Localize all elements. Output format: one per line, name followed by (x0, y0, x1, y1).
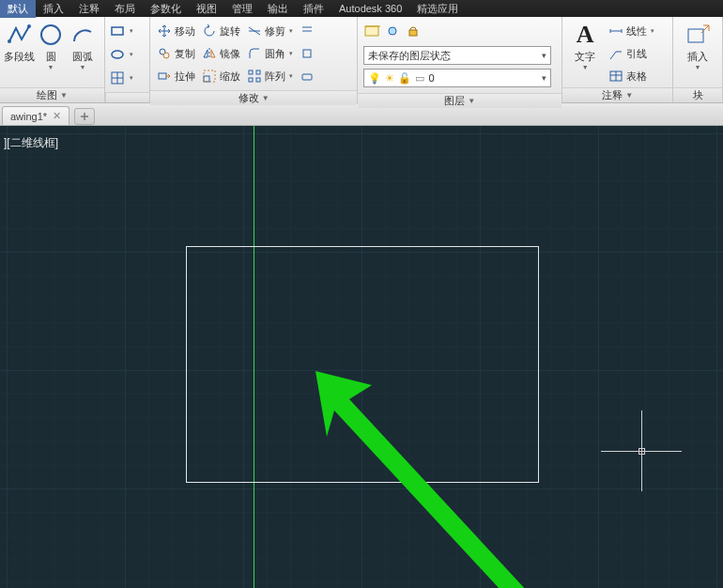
document-tab[interactable]: awing1* ✕ (2, 106, 69, 125)
layer-state-select[interactable]: 未保存的图层状态 ▾ (363, 46, 551, 65)
layer-lock-icon[interactable] (405, 23, 422, 42)
insert-block-button[interactable]: 插入 ▼ (679, 21, 716, 70)
lock-open-icon: 🔓 (398, 72, 411, 85)
draw-tool-3[interactable]: ▾ (109, 68, 133, 88)
array-icon (246, 68, 263, 85)
ribbon: 多段线 圆 ▼ 圆弧 ▼ 绘图▼ ▾ ▾ ▾ (0, 17, 723, 103)
svg-rect-16 (256, 78, 260, 82)
modify-extra-3[interactable] (299, 66, 315, 86)
drawn-rectangle[interactable] (186, 246, 539, 483)
scale-icon (201, 68, 218, 85)
scale-button[interactable]: 缩放 (201, 66, 240, 86)
move-icon (156, 23, 173, 39)
linear-dim-button[interactable]: 线性▾ (608, 21, 654, 41)
fillet-icon (246, 45, 263, 62)
view-label[interactable]: ][二维线框] (4, 135, 58, 151)
menu-insert[interactable]: 插入 (36, 0, 71, 18)
draw-tool-2[interactable]: ▾ (109, 44, 133, 65)
svg-rect-13 (249, 70, 253, 74)
menu-output[interactable]: 输出 (260, 0, 296, 18)
table-button[interactable]: 表格 (608, 66, 654, 86)
dropdown-icon: ▾ (542, 51, 546, 60)
stretch-icon (156, 68, 173, 85)
mirror-button[interactable]: 镜像 (201, 43, 240, 64)
circle-icon (37, 21, 65, 49)
leader-icon (608, 45, 624, 62)
hatch-icon (109, 70, 126, 86)
move-button[interactable]: 移动 (156, 21, 195, 41)
fillet-button[interactable]: 圆角▾ (246, 43, 293, 64)
text-icon: A (571, 21, 599, 49)
trim-button[interactable]: 修剪▾ (246, 21, 293, 41)
offset-icon (299, 23, 315, 39)
rectangle-icon (109, 23, 126, 39)
menu-plugins[interactable]: 插件 (296, 0, 331, 18)
svg-rect-18 (302, 74, 312, 80)
stretch-button[interactable]: 拉伸 (156, 66, 195, 86)
draw-tool-1[interactable]: ▾ (109, 21, 133, 41)
menu-manage[interactable]: 管理 (224, 0, 260, 18)
layer-freeze-icon[interactable] (384, 23, 401, 42)
arc-icon (69, 21, 97, 49)
polyline-icon (5, 21, 33, 49)
table-icon (608, 68, 624, 85)
print-icon: ▭ (415, 72, 424, 85)
trim-icon (246, 23, 263, 39)
modify-extra-2[interactable] (299, 43, 315, 64)
new-tab-button[interactable] (74, 108, 95, 125)
menu-view[interactable]: 视图 (189, 0, 224, 18)
lightbulb-icon: 💡 (368, 72, 381, 85)
modify-panel-footer[interactable]: 修改▼ (150, 90, 358, 105)
draw-panel-footer[interactable]: 绘图▼ (0, 87, 104, 102)
menu-parametric[interactable]: 参数化 (143, 0, 189, 18)
svg-rect-11 (204, 76, 209, 82)
menu-layout[interactable]: 布局 (107, 0, 143, 18)
svg-rect-3 (112, 27, 123, 35)
svg-point-0 (8, 39, 11, 43)
explode-icon (299, 45, 315, 62)
layer-props-icon[interactable] (363, 23, 380, 42)
polyline-button[interactable]: 多段线 (6, 21, 32, 64)
svg-rect-25 (688, 29, 703, 42)
tab-close-button[interactable]: ✕ (53, 110, 61, 122)
svg-point-9 (163, 53, 169, 58)
annotate-panel-footer[interactable]: 注释▼ (562, 87, 672, 102)
modify-extra-1[interactable] (299, 21, 315, 41)
menu-autodesk360[interactable]: Autodesk 360 (331, 1, 409, 16)
svg-point-4 (112, 51, 123, 58)
copy-button[interactable]: 复制 (156, 43, 195, 64)
layer-current-select[interactable]: 💡 ☀ 🔓 ▭ 0 ▾ (363, 69, 551, 87)
svg-rect-19 (365, 26, 378, 36)
menu-annotate[interactable]: 注释 (71, 0, 107, 18)
leader-button[interactable]: 引线 (608, 43, 654, 64)
insert-block-icon (684, 21, 712, 49)
menu-bar: 默认 插入 注释 布局 参数化 视图 管理 输出 插件 Autodesk 360… (0, 0, 723, 17)
copy-icon (156, 45, 173, 62)
svg-point-1 (27, 24, 31, 28)
erase-icon (299, 68, 315, 85)
svg-rect-17 (303, 50, 311, 57)
linear-dim-icon (608, 23, 624, 39)
ellipse-icon (109, 46, 126, 63)
svg-rect-10 (159, 73, 166, 79)
plus-icon (79, 111, 90, 122)
rotate-button[interactable]: 旋转 (201, 21, 240, 41)
menu-default[interactable]: 默认 (0, 0, 36, 18)
svg-rect-21 (409, 30, 417, 36)
arc-button[interactable]: 圆弧 ▼ (69, 21, 96, 70)
text-button[interactable]: A 文字 ▼ (568, 21, 602, 70)
dropdown-icon: ▾ (542, 73, 546, 83)
rotate-icon (201, 23, 218, 39)
mirror-icon (201, 45, 218, 62)
svg-rect-15 (249, 78, 253, 82)
array-button[interactable]: 阵列▾ (246, 66, 293, 86)
block-panel-footer[interactable]: 块 (673, 87, 722, 102)
svg-point-20 (389, 27, 396, 35)
menu-featured[interactable]: 精选应用 (409, 0, 466, 18)
cursor-pickbox (638, 448, 645, 455)
svg-point-2 (41, 25, 60, 44)
sun-icon: ☀ (385, 72, 394, 85)
layer-panel-footer[interactable]: 图层▼ (358, 93, 561, 108)
circle-button[interactable]: 圆 ▼ (38, 21, 64, 70)
drawing-canvas[interactable]: ][二维线框] (0, 126, 723, 588)
